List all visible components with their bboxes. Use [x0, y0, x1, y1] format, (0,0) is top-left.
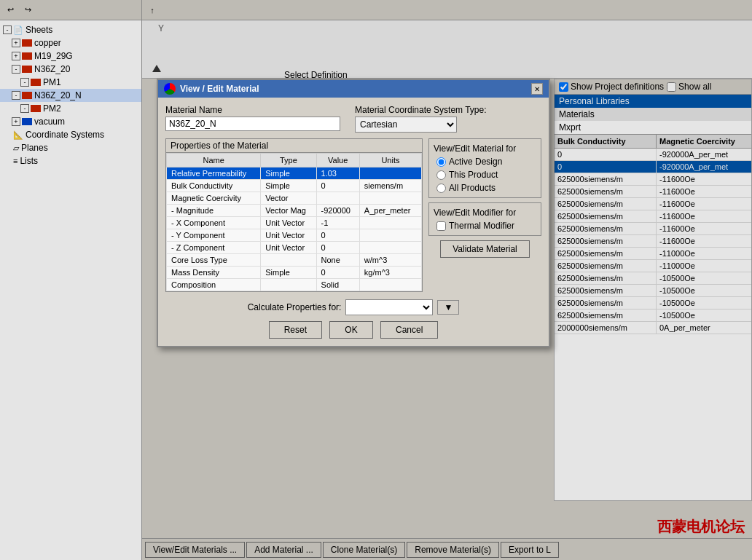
prop-value-cell: 0: [316, 229, 359, 242]
radio-active-design[interactable]: Active Design: [436, 157, 536, 167]
prop-value-cell: 0: [316, 242, 359, 254]
prop-col-value: Value: [316, 154, 359, 167]
prop-units-cell: [359, 242, 421, 254]
prop-units-cell: siemens/m: [359, 180, 421, 192]
calc-select[interactable]: [345, 299, 433, 315]
prop-type-cell: [261, 279, 316, 291]
main-columns: Properties of the Material Name Type Val…: [165, 138, 541, 292]
coord-system-group: Material Coordinate System Type: Cartesi…: [355, 105, 487, 133]
prop-units-cell: [359, 167, 421, 180]
prop-value-cell: 0: [316, 180, 359, 192]
view-edit-material-dialog: View / Edit Material ✕ Material Name Mat…: [157, 79, 550, 347]
ok-button[interactable]: OK: [329, 321, 373, 339]
properties-title: Properties of the Material: [166, 139, 422, 153]
prop-units-cell: A_per_meter: [359, 205, 421, 217]
prop-type-cell: Simple: [261, 267, 316, 279]
prop-name-cell: - X Component: [167, 217, 261, 229]
prop-col-name: Name: [167, 154, 261, 167]
table-row[interactable]: - X Component Unit Vector -1: [167, 217, 422, 229]
name-coord-row: Material Name Material Coordinate System…: [165, 105, 541, 133]
modal-titlebar: View / Edit Material ✕: [158, 80, 549, 98]
prop-type-cell: [261, 254, 316, 267]
prop-name-cell: - Magnitude: [167, 205, 261, 217]
table-row[interactable]: Magnetic Coercivity Vector: [167, 192, 422, 205]
right-options: View/Edit Material for Active Design Thi…: [428, 138, 541, 292]
prop-name-cell: Mass Density: [167, 267, 261, 279]
properties-table: Name Type Value Units Relative Permeabil…: [166, 153, 422, 291]
radio-active-design-label: Active Design: [449, 157, 502, 167]
radio-this-product[interactable]: This Product: [436, 170, 536, 180]
modal-title: View / Edit Material: [180, 84, 259, 94]
prop-value-cell: None: [316, 254, 359, 267]
coord-system-select[interactable]: Cartesian: [355, 117, 457, 133]
table-row[interactable]: Relative Permeability Simple 1.03: [167, 167, 422, 180]
material-name-input[interactable]: [165, 117, 340, 131]
table-row[interactable]: Bulk Conductivity Simple 0 siemens/m: [167, 180, 422, 192]
properties-section: Properties of the Material Name Type Val…: [165, 138, 423, 292]
prop-value-cell: [316, 192, 359, 205]
prop-name-cell: Composition: [167, 279, 261, 291]
prop-type-cell: Unit Vector: [261, 217, 316, 229]
thermal-modifier-label[interactable]: Thermal Modifier: [434, 221, 536, 231]
material-name-label: Material Name: [165, 105, 340, 115]
table-row[interactable]: - Z Component Unit Vector 0: [167, 242, 422, 254]
prop-type-cell: Simple: [261, 167, 316, 180]
prop-type-cell: Unit Vector: [261, 242, 316, 254]
prop-col-units: Units: [359, 154, 421, 167]
table-row[interactable]: - Y Component Unit Vector 0: [167, 229, 422, 242]
radio-all-products-input[interactable]: [436, 184, 446, 193]
modal-overlay: View / Edit Material ✕ Material Name Mat…: [0, 0, 752, 560]
prop-col-type: Type: [261, 154, 316, 167]
prop-name-cell: - Y Component: [167, 229, 261, 242]
table-row[interactable]: Composition Solid: [167, 279, 422, 291]
prop-value-cell: Solid: [316, 279, 359, 291]
prop-name-cell: Core Loss Type: [167, 254, 261, 267]
validate-material-button[interactable]: Validate Material: [440, 240, 530, 258]
prop-name-cell: - Z Component: [167, 242, 261, 254]
modal-body: Material Name Material Coordinate System…: [158, 98, 549, 346]
radio-group: Active Design This Product All Products: [434, 157, 536, 193]
radio-this-product-label: This Product: [449, 170, 498, 180]
prop-units-cell: w/m^3: [359, 254, 421, 267]
modal-title-group: View / Edit Material: [164, 83, 259, 95]
thermal-modifier-text: Thermal Modifier: [449, 221, 514, 231]
prop-table-body: Relative Permeability Simple 1.03 Bulk C…: [167, 167, 422, 291]
thermal-modifier-checkbox[interactable]: [436, 221, 446, 231]
calc-dropdown-btn[interactable]: ▼: [437, 300, 459, 315]
calc-label: Calculate Properties for:: [248, 302, 342, 312]
prop-value-cell: 0: [316, 267, 359, 279]
prop-name-cell: Relative Permeability: [167, 167, 261, 180]
reset-button[interactable]: Reset: [269, 321, 322, 339]
radio-all-products-label: All Products: [449, 183, 496, 193]
calc-row: Calculate Properties for: ▼: [165, 299, 541, 315]
table-row[interactable]: - Magnitude Vector Mag -920000 A_per_met…: [167, 205, 422, 217]
radio-this-product-input[interactable]: [436, 170, 446, 180]
prop-value-cell: -920000: [316, 205, 359, 217]
radio-all-products[interactable]: All Products: [436, 183, 536, 193]
modal-icon: [164, 83, 176, 95]
prop-type-cell: Unit Vector: [261, 229, 316, 242]
prop-units-cell: [359, 192, 421, 205]
prop-value-cell: -1: [316, 217, 359, 229]
coord-system-label: Material Coordinate System Type:: [355, 105, 487, 115]
prop-units-cell: [359, 279, 421, 291]
prop-units-cell: [359, 217, 421, 229]
material-name-group: Material Name: [165, 105, 340, 131]
radio-active-design-input[interactable]: [436, 157, 446, 167]
prop-value-cell: 1.03: [316, 167, 359, 180]
view-edit-for-label: View/Edit Material for: [434, 143, 536, 154]
prop-type-cell: Simple: [261, 180, 316, 192]
table-row[interactable]: Mass Density Simple 0 kg/m^3: [167, 267, 422, 279]
prop-type-cell: Vector Mag: [261, 205, 316, 217]
prop-table-header-row: Name Type Value Units: [167, 154, 422, 167]
cancel-button[interactable]: Cancel: [380, 321, 438, 339]
modifier-label: View/Edit Modifier for: [434, 208, 536, 218]
prop-units-cell: [359, 229, 421, 242]
modal-close-button[interactable]: ✕: [531, 83, 543, 95]
prop-type-cell: Vector: [261, 192, 316, 205]
modifier-section: View/Edit Modifier for Thermal Modifier: [428, 202, 541, 236]
view-edit-section: View/Edit Material for Active Design Thi…: [428, 138, 541, 198]
prop-name-cell: Bulk Conductivity: [167, 180, 261, 192]
table-row[interactable]: Core Loss Type None w/m^3: [167, 254, 422, 267]
coord-select-row: Cartesian: [355, 117, 487, 133]
